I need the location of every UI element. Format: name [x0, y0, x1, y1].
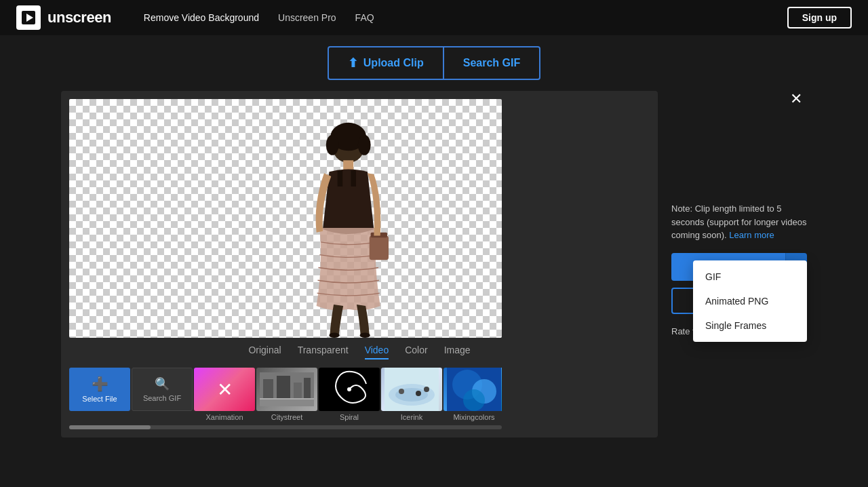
figure-container	[271, 121, 420, 338]
upload-icon: ⬆	[348, 56, 358, 71]
nav-links: Remove Video Background Unscreen Pro FAQ	[144, 12, 766, 23]
dropdown-item-single-frames[interactable]: Single Frames	[693, 313, 807, 338]
xanimation-label: Xanimation	[205, 413, 243, 421]
scrollbar-track	[69, 425, 502, 429]
main-content: ⬆ Upload Clip Search GIF	[0, 35, 868, 437]
tab-image[interactable]: Image	[444, 345, 471, 359]
dropdown-item-animated-png[interactable]: Animated PNG	[693, 289, 807, 313]
xanimation-thumb[interactable]: ✕	[194, 368, 255, 411]
search-icon: 🔍	[155, 376, 170, 391]
logo-text: unscreen	[47, 9, 111, 26]
navbar: unscreen Remove Video Background Unscree…	[0, 0, 868, 35]
signup-button[interactable]: Sign up	[787, 7, 852, 28]
svg-rect-7	[338, 170, 343, 187]
svg-point-21	[347, 387, 351, 391]
search-gif-top-button[interactable]: Search GIF	[444, 46, 540, 80]
top-action-buttons: ⬆ Upload Clip Search GIF	[328, 46, 540, 80]
close-button[interactable]: ✕	[785, 88, 807, 110]
svg-point-12	[360, 332, 370, 338]
list-item[interactable]: Mixingcolors	[443, 368, 502, 421]
svg-rect-19	[260, 398, 314, 400]
svg-rect-8	[351, 170, 356, 187]
video-panel: Original Transparent Video Color Image ➕…	[61, 91, 658, 437]
svg-point-25	[399, 389, 404, 394]
list-item[interactable]: Citystreet	[256, 368, 317, 421]
upload-clip-button[interactable]: ⬆ Upload Clip	[328, 46, 444, 80]
tab-original[interactable]: Original	[248, 345, 281, 359]
svg-point-11	[329, 332, 339, 338]
svg-point-5	[358, 135, 371, 155]
citystreet-label: Citystreet	[271, 413, 302, 421]
list-item[interactable]: ➕ Select File	[69, 368, 130, 421]
spiral-label: Spiral	[340, 413, 359, 421]
select-file-thumb[interactable]: ➕ Select File	[69, 368, 130, 411]
search-gif-thumb[interactable]: 🔍 Search GIF	[132, 368, 193, 411]
search-gif-label: Search GIF	[143, 394, 181, 402]
tabs-row: Original Transparent Video Color Image	[69, 345, 650, 362]
logo-area: unscreen	[16, 5, 111, 30]
nav-pro[interactable]: Unscreen Pro	[278, 12, 336, 23]
content-area: Original Transparent Video Color Image ➕…	[61, 91, 807, 437]
svg-point-27	[424, 387, 429, 392]
note-text: Note: Clip length limited to 5 seconds (…	[671, 202, 807, 242]
list-item[interactable]: 🔍 Search GIF	[132, 368, 193, 421]
right-panel: ✕ Note: Clip length limited to 5 seconds…	[658, 91, 807, 437]
plus-icon: ➕	[92, 376, 108, 392]
preview-canvas	[69, 99, 502, 338]
mixingcolors-thumb[interactable]	[443, 368, 502, 411]
learn-more-link[interactable]: Learn more	[729, 230, 774, 240]
thumbnail-row: ➕ Select File 🔍 Search GIF ✕ Xan	[69, 368, 502, 421]
logo-icon	[16, 5, 41, 30]
svg-rect-9	[370, 235, 389, 260]
citystreet-thumb[interactable]	[256, 368, 317, 411]
icerink-label: Icerink	[401, 413, 422, 421]
person-figure	[271, 121, 420, 338]
tab-color[interactable]: Color	[405, 345, 427, 359]
icerink-thumb[interactable]	[381, 368, 442, 411]
svg-point-4	[326, 135, 339, 155]
tab-video[interactable]: Video	[365, 345, 389, 359]
nav-remove-bg[interactable]: Remove Video Background	[144, 12, 259, 23]
tab-transparent[interactable]: Transparent	[298, 345, 349, 359]
list-item[interactable]: Icerink	[381, 368, 442, 421]
spiral-thumb[interactable]	[319, 368, 380, 411]
svg-point-31	[463, 389, 485, 411]
select-file-label: Select File	[82, 395, 117, 403]
dropdown-item-gif[interactable]: GIF	[693, 265, 807, 289]
upload-clip-label: Upload Clip	[363, 57, 424, 69]
mixingcolors-label: Mixingcolors	[453, 413, 494, 421]
nav-faq[interactable]: FAQ	[355, 12, 374, 23]
list-item[interactable]: Spiral	[319, 368, 380, 421]
list-item[interactable]: ✕ Xanimation	[194, 368, 255, 421]
download-dropdown-menu: GIF Animated PNG Single Frames	[693, 260, 807, 342]
scrollbar-thumb[interactable]	[69, 425, 151, 429]
svg-point-26	[416, 391, 421, 396]
